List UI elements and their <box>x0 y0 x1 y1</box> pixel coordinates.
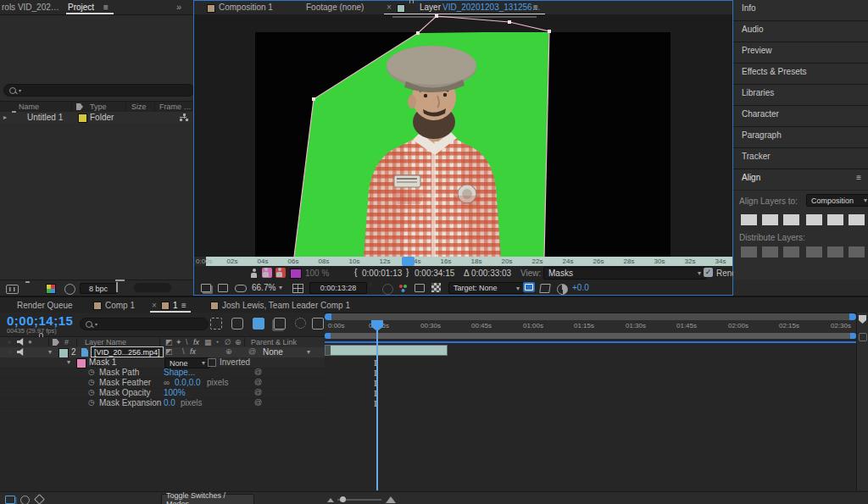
panel-item-effects-presets[interactable]: Effects & Presets <box>733 64 868 85</box>
zoom-in-icon[interactable] <box>386 496 396 503</box>
show-snapshot-icon[interactable] <box>382 284 393 295</box>
view-dropdown[interactable]: Masks▾ <box>543 267 706 280</box>
tab-close-icon[interactable]: × <box>387 3 392 12</box>
property-label[interactable]: Mask Opacity <box>99 388 151 397</box>
comp-mini-flowchart-icon[interactable] <box>859 333 867 341</box>
project-search-input[interactable]: ▾ <box>3 84 195 97</box>
frame-blend-icon[interactable] <box>274 318 286 330</box>
region-of-interest-icon[interactable] <box>415 284 425 292</box>
align-vcenter-icon[interactable] <box>827 214 843 225</box>
align-hcenter-icon[interactable] <box>762 214 778 225</box>
draft3d-renderer-icon[interactable] <box>231 318 243 330</box>
target-dropdown[interactable]: Target: None▾ <box>448 282 525 294</box>
property-value[interactable]: 0.0,0.0 <box>175 378 201 387</box>
viewer-stage[interactable] <box>194 14 732 257</box>
panel-menu-icon[interactable]: ≡ <box>103 3 108 12</box>
layer-playhead[interactable] <box>402 257 415 266</box>
active-tab-close-icon[interactable]: × <box>152 301 157 310</box>
panel-expand-icon[interactable]: » <box>176 2 181 12</box>
pickwhip-icon[interactable]: @ <box>254 378 262 386</box>
layer-duration-bar[interactable] <box>325 345 448 356</box>
column-type[interactable]: Type <box>90 102 107 111</box>
timeline-ruler[interactable]: 0:00s 00:15s 00:30s 00:45s 01:00s 01:15s… <box>325 320 856 334</box>
layer-pickwhip-icon[interactable]: @ <box>248 347 256 356</box>
switch-shy-icon[interactable]: ✦ <box>175 338 182 346</box>
pickwhip-icon[interactable]: @ <box>254 398 262 407</box>
stopwatch-icon[interactable]: ◷ <box>88 389 95 396</box>
tab-composition-1[interactable]: Composition 1 <box>219 3 273 12</box>
tab-active-comp[interactable]: 1 <box>173 301 178 310</box>
comp-flowchart-icon[interactable] <box>210 318 222 330</box>
zoom-slider-knob[interactable] <box>340 496 346 502</box>
panel-item-character[interactable]: Character <box>733 106 868 127</box>
parent-chevron-icon[interactable]: ▾ <box>307 348 310 356</box>
layer-in-handle[interactable] <box>326 346 331 355</box>
layer-twirl-icon[interactable]: ▾ <box>48 348 52 356</box>
panel-item-info[interactable]: Info <box>733 0 868 21</box>
solo-column-icon[interactable]: ● <box>28 338 32 346</box>
distribute-right-icon[interactable] <box>849 246 865 258</box>
align-right-icon[interactable] <box>783 214 799 225</box>
out-time[interactable]: 0:00:34:15 <box>415 269 454 278</box>
expand-layer-switches-icon[interactable] <box>5 496 15 504</box>
layer-quality-icon[interactable]: ◩ <box>165 347 173 356</box>
transparency-grid-icon[interactable] <box>431 283 441 292</box>
show-channel-icon[interactable] <box>399 285 403 288</box>
timeline-search-input[interactable]: ▾ <box>80 318 209 330</box>
footage-icon[interactable] <box>6 285 19 294</box>
layer-name-column[interactable]: Layer Name <box>85 338 126 346</box>
comp-marker-icon[interactable] <box>859 315 866 324</box>
expand-transfer-controls-icon[interactable] <box>20 496 30 504</box>
overlay-opacity[interactable]: 100 % <box>305 269 329 278</box>
panel-item-libraries[interactable]: Libraries <box>733 85 868 106</box>
alpha-overlay-icon[interactable] <box>275 268 286 278</box>
property-label[interactable]: Mask Feather <box>99 378 151 387</box>
panel-item-paragraph[interactable]: Paragraph <box>733 127 868 148</box>
alpha-boundary-icon[interactable] <box>262 268 272 278</box>
stopwatch-icon[interactable]: ◷ <box>88 368 95 376</box>
align-to-dropdown[interactable]: Composition▾ <box>806 194 868 207</box>
navigator-start-handle[interactable] <box>325 313 331 320</box>
color-depth-button[interactable]: 8 bpc <box>80 283 117 294</box>
parent-link-column[interactable]: Parent & Link <box>251 338 297 346</box>
distribute-top-icon[interactable] <box>741 246 757 258</box>
label-column-icon[interactable] <box>76 103 83 110</box>
property-label[interactable]: Mask Path <box>99 368 139 377</box>
align-bottom-icon[interactable] <box>849 214 865 225</box>
interpret-footage-icon[interactable] <box>64 284 75 295</box>
twirl-icon[interactable]: ▸ <box>3 114 7 121</box>
distribute-hcenter-icon[interactable] <box>827 246 843 258</box>
time-navigator-bar[interactable] <box>325 313 856 320</box>
playhead-line[interactable] <box>376 320 378 490</box>
pickwhip-icon[interactable]: @ <box>254 368 262 376</box>
viewer-menu-icon[interactable]: ≡ <box>533 3 538 12</box>
grid-guides-icon[interactable] <box>292 284 303 293</box>
new-comp-icon[interactable] <box>46 284 56 294</box>
layer-3d-icon[interactable]: ⊕ <box>225 347 232 356</box>
switch-motionblur-icon[interactable]: ◔ <box>214 338 219 346</box>
zoom-out-icon[interactable] <box>327 498 334 502</box>
active-tab-menu-icon[interactable]: ≡ <box>181 301 186 310</box>
draft-3d-icon[interactable] <box>253 318 264 330</box>
number-column[interactable]: # <box>64 338 69 346</box>
work-area-end-handle[interactable] <box>850 333 856 339</box>
tab-project[interactable]: Project <box>68 3 94 12</box>
parent-dropdown[interactable]: None <box>263 347 283 357</box>
distribute-left-icon[interactable] <box>806 246 822 258</box>
work-area-bar[interactable] <box>325 333 856 339</box>
switch-adjustment-icon[interactable]: ∅ <box>225 338 231 346</box>
monitor-icon[interactable] <box>218 284 228 292</box>
mask-expansion-row[interactable]: ◷ Mask Expansion 0.0 pixels @ <box>0 398 325 409</box>
layer-fx-icon[interactable]: fx <box>190 347 196 356</box>
delete-icon[interactable] <box>116 282 118 292</box>
edit-target-icon[interactable] <box>523 282 535 292</box>
label-column-icon[interactable] <box>53 339 59 346</box>
in-time[interactable]: 0:00:01:13 <box>362 269 402 278</box>
switch-effects-icon[interactable]: fx <box>193 338 199 346</box>
pixel-aspect-icon[interactable] <box>539 284 551 293</box>
current-time-field[interactable]: 0:00:13:28 <box>309 282 367 294</box>
out-brace-icon[interactable]: } <box>406 268 409 277</box>
navigator-end-handle[interactable] <box>849 313 856 320</box>
exposure-icon[interactable] <box>557 284 568 295</box>
align-menu-icon[interactable]: ≡ <box>856 173 861 182</box>
